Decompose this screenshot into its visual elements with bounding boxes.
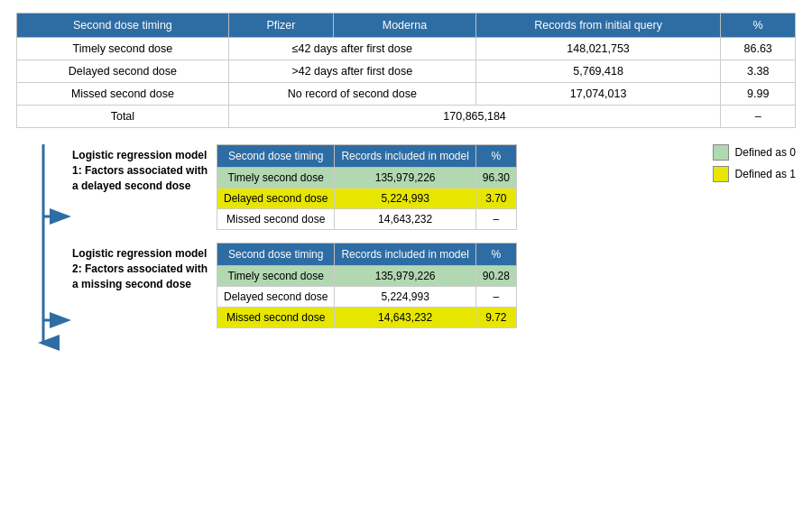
model2-table-wrap: Second dose timing Records included in m…	[217, 243, 796, 328]
table-row: Timely second dose	[17, 38, 229, 60]
table-row: >42 days after first dose	[228, 60, 475, 83]
table-row: Timely second dose	[217, 266, 335, 287]
main-header-col3: Moderna	[334, 14, 476, 38]
table-row: Delayed second dose	[217, 189, 335, 209]
table-row: No record of second dose	[228, 83, 475, 106]
table-row: 14,643,232	[335, 209, 475, 230]
table-row: –	[475, 209, 516, 230]
table-row: Delayed second dose	[17, 60, 229, 83]
table-row: Timely second dose	[217, 168, 335, 189]
legend-label-1: Defined as 1	[735, 168, 796, 180]
model2-table: Second dose timing Records included in m…	[217, 243, 517, 328]
main-header-col5: %	[721, 14, 796, 38]
main-header-col4: Records from initial query	[475, 14, 721, 38]
table-row: 96.30	[475, 168, 516, 189]
table-row: 5,769,418	[475, 60, 721, 83]
table-row: –	[475, 287, 516, 308]
model1-th-col2: Records included in model	[335, 145, 475, 168]
table-row: 3.38	[721, 60, 796, 83]
model1-label: Logistic regression model 1: Factors ass…	[72, 144, 217, 197]
legend-box-green	[713, 144, 729, 161]
table-row: –	[721, 106, 796, 128]
model1-table-wrap: Second dose timing Records included in m…	[217, 144, 700, 230]
table-row: 148,021,753	[475, 38, 721, 60]
legend-box-yellow	[713, 166, 729, 182]
main-header-col2: Pfizer	[228, 14, 333, 38]
main-table: Second dose timing Pfizer Moderna Record…	[16, 13, 796, 128]
model1-th-col1: Second dose timing	[217, 145, 335, 168]
table-row: 135,979,226	[335, 266, 475, 287]
table-row: Delayed second dose	[217, 287, 335, 308]
table-row: Missed second dose	[17, 83, 229, 106]
model2-th-col2: Records included in model	[335, 244, 475, 266]
legend-item-0: Defined as 0	[713, 144, 796, 161]
table-row: 90.28	[475, 266, 516, 287]
table-row: 14,643,232	[335, 308, 475, 328]
model2-label: Logistic regression model 2: Factors ass…	[72, 243, 217, 295]
model2-th-col1: Second dose timing	[217, 244, 335, 266]
table-row: ≤42 days after first dose	[228, 38, 475, 60]
legend-items: Defined as 0 Defined as 1	[713, 144, 796, 182]
table-row: 170,865,184	[228, 106, 721, 128]
model2-block: Logistic regression model 2: Factors ass…	[72, 243, 796, 328]
curved-arrow	[16, 144, 72, 379]
table-row: 135,979,226	[335, 168, 475, 189]
legend: Defined as 0 Defined as 1	[700, 144, 796, 182]
model2-th-col3: %	[475, 244, 516, 266]
table-row: 5,224,993	[335, 189, 475, 209]
table-row: 9.99	[721, 83, 796, 106]
table-row: 86.63	[721, 38, 796, 60]
table-row: Missed second dose	[217, 209, 335, 230]
table-row: 5,224,993	[335, 287, 475, 308]
table-row: Missed second dose	[217, 308, 335, 328]
legend-item-1: Defined as 1	[713, 166, 796, 182]
main-header-col1: Second dose timing	[17, 14, 229, 38]
legend-label-0: Defined as 0	[735, 146, 796, 159]
model1-th-col3: %	[475, 145, 516, 168]
model1-block: Logistic regression model 1: Factors ass…	[72, 144, 796, 230]
model1-table: Second dose timing Records included in m…	[217, 144, 517, 230]
table-row: 3.70	[475, 189, 516, 209]
table-row: Total	[17, 106, 229, 128]
table-row: 17,074,013	[475, 83, 721, 106]
table-row: 9.72	[475, 308, 516, 328]
